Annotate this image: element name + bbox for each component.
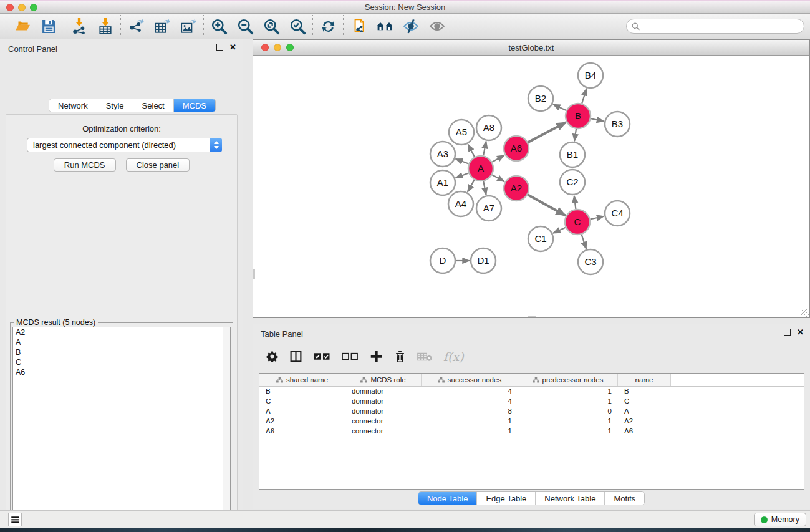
graph-edge-A-A3[interactable] [456,159,469,164]
graph-node-C[interactable]: C [565,210,590,235]
add-column-icon[interactable] [370,350,383,363]
zoom-in-icon[interactable] [210,17,228,35]
table-row[interactable]: Bdominator41B [259,387,804,397]
minimize-window-button[interactable] [18,4,26,11]
network-close-button[interactable] [261,44,269,51]
close-panel-button[interactable]: Close panel [126,158,190,172]
table-options-gear-icon[interactable] [266,351,278,362]
graph-node-D1[interactable]: D1 [471,248,496,273]
network-graph[interactable]: B4B2BB3A8A5A6A3B1AA1C2A2A4A7C4CC1DD1C3 [253,56,809,317]
column-header[interactable]: successor nodes [422,374,518,386]
close-window-button[interactable] [6,4,14,11]
zoom-out-icon[interactable] [236,17,254,35]
criterion-dropdown[interactable]: largest connected component (directed) [27,138,222,152]
network-minimize-button[interactable] [274,44,281,51]
network-hscroll-thumb[interactable] [528,316,536,317]
delete-column-icon[interactable] [394,350,406,363]
float-panel-icon[interactable] [216,44,223,51]
table-row[interactable]: A6connector11A6 [259,427,804,437]
tab-network-table[interactable]: Network Table [536,492,605,505]
export-network-icon[interactable] [127,17,145,35]
export-image-icon[interactable] [180,17,197,35]
result-item[interactable]: C [13,357,230,367]
zoom-fit-icon[interactable] [263,17,280,35]
home-pages-icon[interactable] [376,17,393,35]
graph-node-A2[interactable]: A2 [504,176,529,201]
graph-edge-C-C2[interactable] [574,196,576,209]
graph-edge-A-A6[interactable] [492,155,504,162]
network-zoom-button[interactable] [286,44,294,51]
graph-edge-C-C3[interactable] [582,235,587,249]
graph-node-B2[interactable]: B2 [528,86,553,111]
tab-style[interactable]: Style [97,99,133,112]
result-scrollbar[interactable] [223,327,230,532]
graph-edge-A-A2[interactable] [492,175,504,181]
graph-edge-C-C4[interactable] [591,216,604,220]
network-vscroll-thumb[interactable] [253,269,255,279]
tab-network[interactable]: Network [49,99,97,112]
select-all-columns-icon[interactable] [314,352,330,361]
column-header[interactable]: MCDS role [345,374,422,386]
graph-edge-A-A1[interactable] [456,173,469,178]
open-session-icon[interactable] [14,17,31,35]
task-history-button[interactable] [8,513,22,526]
column-header[interactable]: shared name [259,374,345,386]
tab-edge-table[interactable]: Edge Table [477,492,536,505]
tab-motifs[interactable]: Motifs [605,492,644,505]
graph-node-A8[interactable]: A8 [476,115,501,140]
table-row[interactable]: Cdominator41C [259,397,804,407]
graph-node-B[interactable]: B [566,104,591,128]
graph-node-C1[interactable]: C1 [528,226,553,251]
graph-node-B1[interactable]: B1 [560,142,585,167]
function-builder-icon[interactable]: f(x) [443,350,464,364]
delete-table-icon[interactable] [417,352,432,362]
result-item[interactable]: B [13,347,230,357]
graph-edge-B-B3[interactable] [591,118,604,121]
graph-node-A1[interactable]: A1 [430,170,455,195]
graph-node-C2[interactable]: C2 [560,170,585,195]
zoom-selected-icon[interactable] [289,17,306,35]
node-table[interactable]: shared nameMCDS rolesuccessor nodesprede… [259,373,804,490]
tab-mcds[interactable]: MCDS [174,99,215,112]
close-table-panel-icon[interactable]: ✕ [797,329,804,336]
result-item[interactable]: A6 [13,367,230,377]
float-table-panel-icon[interactable] [784,329,791,336]
export-table-icon[interactable] [153,17,171,35]
graph-node-D[interactable]: D [430,248,455,273]
tab-select[interactable]: Select [133,99,174,112]
graph-edge-A-A8[interactable] [483,142,486,156]
graph-node-A[interactable]: A [468,156,493,181]
graph-edge-B-B1[interactable] [574,129,576,141]
show-graphics-details-icon[interactable] [428,17,446,35]
graph-node-A3[interactable]: A3 [430,142,455,167]
network-from-file-icon[interactable] [350,17,367,35]
zoom-window-button[interactable] [30,4,37,11]
graph-node-A5[interactable]: A5 [449,120,474,145]
deselect-all-columns-icon[interactable] [342,352,359,361]
graph-edge-B-B4[interactable] [582,89,586,104]
graph-node-A6[interactable]: A6 [504,136,529,161]
graph-edge-B-B2[interactable] [553,104,566,110]
table-row[interactable]: A2connector11A2 [259,417,804,427]
tab-node-table[interactable]: Node Table [418,492,478,505]
resize-grip-icon[interactable] [801,309,809,317]
search-field[interactable] [626,19,804,34]
graph-edge-C-C1[interactable] [553,228,566,233]
search-input[interactable] [640,22,796,31]
graph-edge-A-A4[interactable] [468,180,475,192]
graph-node-C3[interactable]: C3 [578,249,603,274]
refresh-network-icon[interactable] [319,17,337,35]
save-session-icon[interactable] [40,17,57,35]
result-item[interactable]: A [13,337,230,347]
network-canvas[interactable]: B4B2BB3A8A5A6A3B1AA1C2A2A4A7C4CC1DD1C3 [253,56,809,317]
graph-edge-A6-B[interactable] [528,122,566,142]
hide-graphics-details-icon[interactable] [402,17,420,35]
network-window-titlebar[interactable]: testGlobe.txt [253,40,809,56]
graph-edge-A-A7[interactable] [483,181,486,195]
graph-node-B3[interactable]: B3 [605,112,630,137]
run-mcds-button[interactable]: Run MCDS [54,158,116,172]
graph-node-B4[interactable]: B4 [578,63,603,88]
graph-node-A4[interactable]: A4 [448,191,473,216]
show-column-icon[interactable] [289,350,302,363]
import-network-icon[interactable] [70,17,88,35]
